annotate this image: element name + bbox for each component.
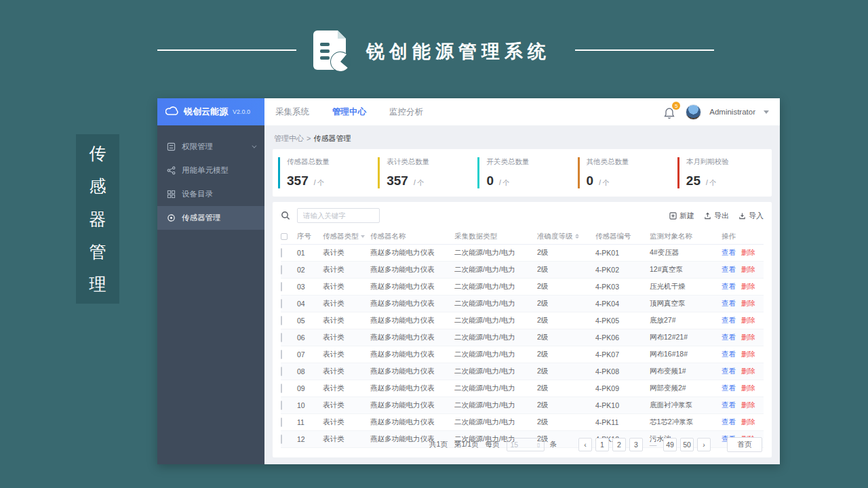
page-number-button[interactable]: 50: [680, 438, 694, 451]
select-all-checkbox[interactable]: [281, 233, 288, 240]
system-title: 锐创能源管理系统: [366, 24, 551, 79]
search-icon: [281, 211, 290, 220]
cell-sensor-code: 4-PK09: [595, 384, 650, 392]
breadcrumb-parent[interactable]: 管理中心: [274, 134, 304, 142]
sidebar-item-label: 用能单元模型: [182, 165, 229, 176]
row-checkbox[interactable]: [281, 384, 282, 393]
per-page-select[interactable]: 15 ▯: [507, 438, 545, 451]
column-header-accuracy[interactable]: 准确度等级: [537, 232, 595, 241]
delete-link[interactable]: 删除: [741, 418, 755, 427]
notification-badge: 5: [672, 102, 680, 110]
table-row[interactable]: 05 表计类 燕赵多功能电力仪表 二次能源/电力/电力 2级 4-PK05 底放…: [281, 312, 764, 329]
notification-bell-icon[interactable]: 5: [664, 104, 677, 119]
cell-accuracy: 2级: [537, 265, 595, 274]
sidebar-item-sensor-management[interactable]: 传感器管理: [157, 206, 264, 230]
export-button[interactable]: 导出: [704, 211, 729, 221]
delete-link[interactable]: 删除: [741, 350, 755, 359]
column-header-sensor-type[interactable]: 传感器类型: [323, 232, 370, 241]
search-input[interactable]: [297, 208, 380, 223]
first-page-button[interactable]: 首页: [727, 437, 762, 452]
table-row[interactable]: 08 表计类 燕赵多功能电力仪表 二次能源/电力/电力 2级 4-PK08 网布…: [281, 363, 764, 380]
row-checkbox[interactable]: [281, 350, 282, 359]
row-checkbox[interactable]: [281, 299, 282, 308]
sidebar-item-device-catalog[interactable]: 设备目录: [157, 182, 264, 206]
view-link[interactable]: 查看: [722, 384, 736, 393]
view-link[interactable]: 查看: [722, 401, 736, 410]
table-row[interactable]: 07 表计类 燕赵多功能电力仪表 二次能源/电力/电力 2级 4-PK07 网布…: [281, 346, 764, 363]
stat-label: 开关类总数量: [486, 157, 572, 167]
cell-no: 03: [297, 283, 323, 291]
view-link[interactable]: 查看: [722, 367, 736, 376]
table-row[interactable]: 03 表计类 燕赵多功能电力仪表 二次能源/电力/电力 2级 4-PK03 压光…: [281, 279, 764, 296]
cell-sensor-name: 燕赵多功能电力仪表: [370, 367, 454, 376]
table-row[interactable]: 01 表计类 燕赵多功能电力仪表 二次能源/电力/电力 2级 4-PK01 4#…: [281, 245, 764, 262]
delete-link[interactable]: 删除: [741, 367, 755, 376]
app-window: 锐创云能源 V2.0.0 权限管理 用能单元模型 设备目录 传感器管理: [157, 98, 780, 464]
delete-link[interactable]: 删除: [741, 248, 755, 258]
page-number-button[interactable]: 49: [663, 438, 677, 451]
table-row[interactable]: 09 表计类 燕赵多功能电力仪表 二次能源/电力/电力 2级 4-PK09 网部…: [281, 380, 764, 397]
sidebar-item-permission-management[interactable]: 权限管理: [157, 135, 264, 159]
table-row[interactable]: 02 表计类 燕赵多功能电力仪表 二次能源/电力/电力 2级 4-PK02 12…: [281, 262, 764, 279]
tab-monitoring-analysis[interactable]: 监控分析: [389, 106, 423, 118]
row-checkbox[interactable]: [281, 316, 282, 325]
delete-link[interactable]: 删除: [741, 384, 755, 393]
view-link[interactable]: 查看: [722, 418, 736, 427]
view-link[interactable]: 查看: [722, 333, 736, 342]
stat-card-switch-total: 开关类总数量 0/ 个: [477, 157, 572, 188]
stat-label: 本月到期校验: [686, 157, 772, 167]
delete-link[interactable]: 删除: [741, 316, 755, 325]
table-row[interactable]: 10 表计类 燕赵多功能电力仪表 二次能源/电力/电力 2级 4-PK10 底面…: [281, 397, 764, 414]
page-number-button[interactable]: —: [646, 438, 660, 451]
table-row[interactable]: 06 表计类 燕赵多功能电力仪表 二次能源/电力/电力 2级 4-PK06 网布…: [281, 329, 764, 346]
row-checkbox[interactable]: [281, 248, 282, 258]
table-row[interactable]: 11 表计类 燕赵多功能电力仪表 二次能源/电力/电力 2级 4-PK11 芯1…: [281, 414, 764, 431]
row-checkbox[interactable]: [281, 282, 282, 291]
sidebar-item-energy-unit-model[interactable]: 用能单元模型: [157, 159, 264, 182]
row-checkbox[interactable]: [281, 418, 282, 427]
cell-sensor-type: 表计类: [323, 265, 370, 274]
row-checkbox[interactable]: [281, 333, 282, 342]
view-link[interactable]: 查看: [722, 299, 736, 308]
prev-page-button[interactable]: ‹: [578, 438, 592, 451]
delete-link[interactable]: 删除: [741, 282, 755, 291]
delete-link[interactable]: 删除: [741, 299, 755, 308]
table-row[interactable]: 04 表计类 燕赵多功能电力仪表 二次能源/电力/电力 2级 4-PK04 顶网…: [281, 296, 764, 312]
cell-accuracy: 2级: [537, 248, 595, 258]
view-link[interactable]: 查看: [722, 265, 736, 274]
delete-link[interactable]: 删除: [741, 401, 755, 410]
tab-collection-system[interactable]: 采集系统: [275, 106, 309, 118]
view-link[interactable]: 查看: [722, 316, 736, 325]
create-button[interactable]: 新建: [669, 211, 694, 221]
cell-sensor-type: 表计类: [323, 384, 370, 393]
page-number-button[interactable]: 1: [595, 438, 609, 451]
pager: ‹ 1 2 3 — 49 50 ›: [578, 438, 711, 451]
view-link[interactable]: 查看: [722, 350, 736, 359]
cell-no: 04: [297, 300, 323, 308]
filter-icon[interactable]: [361, 235, 365, 238]
cell-sensor-code: 4-PK03: [595, 283, 650, 291]
import-button[interactable]: 导入: [738, 211, 764, 221]
sort-icon[interactable]: [575, 234, 579, 239]
cell-data-type: 二次能源/电力/电力: [454, 265, 537, 274]
page-number-button[interactable]: 2: [612, 438, 626, 451]
view-link[interactable]: 查看: [722, 248, 736, 258]
next-page-button[interactable]: ›: [697, 438, 711, 451]
cell-sensor-code: 4-PK07: [595, 350, 650, 359]
stat-card-due-calibration: 本月到期校验 25/ 个: [677, 157, 772, 188]
tab-management-center[interactable]: 管理中心: [332, 106, 366, 118]
export-button-label: 导出: [714, 211, 729, 221]
column-header-data-type: 采集数据类型: [454, 232, 537, 241]
row-checkbox[interactable]: [281, 401, 282, 410]
row-checkbox[interactable]: [281, 367, 282, 376]
sidebar-item-label: 权限管理: [182, 142, 213, 152]
page-number-button[interactable]: 3: [629, 438, 643, 451]
row-checkbox[interactable]: [281, 265, 282, 274]
delete-link[interactable]: 删除: [741, 265, 755, 274]
delete-link[interactable]: 删除: [741, 333, 755, 342]
cell-data-type: 二次能源/电力/电力: [454, 418, 537, 427]
avatar[interactable]: [686, 104, 701, 120]
view-link[interactable]: 查看: [722, 282, 736, 291]
cell-sensor-code: 4-PK06: [595, 333, 650, 342]
user-menu-caret-icon[interactable]: [764, 110, 769, 114]
